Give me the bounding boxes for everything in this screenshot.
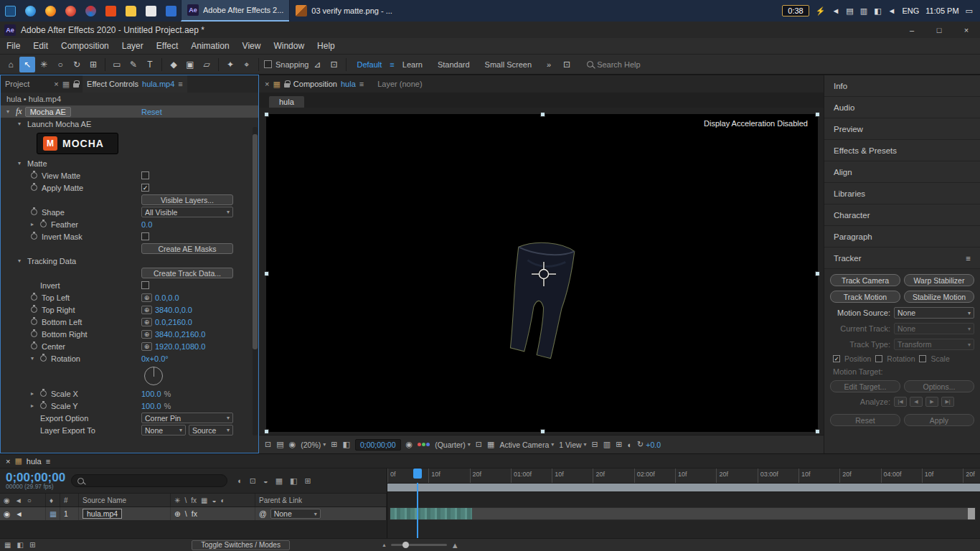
timeline-jump-icon[interactable]: ⊞ <box>616 440 622 449</box>
panel-menu-icon[interactable]: ≡ <box>359 80 364 88</box>
menu-edit[interactable]: Edit <box>27 38 55 54</box>
monitor2-icon[interactable]: ▤ <box>276 440 283 449</box>
shape-dropdown[interactable]: All Visible▾ <box>141 207 233 217</box>
stopwatch-icon[interactable] <box>31 331 37 337</box>
layer-point-icon[interactable]: ⊕ <box>174 509 181 518</box>
launch-mocha-group[interactable]: ▾ Launch Mocha AE <box>1 118 258 130</box>
stopwatch-icon[interactable] <box>31 343 37 349</box>
menu-file[interactable]: File <box>0 38 27 54</box>
render-queue-icon[interactable]: ▦ <box>4 541 11 549</box>
menu-animation[interactable]: Animation <box>184 38 235 54</box>
chevron-down-icon[interactable]: ▾ <box>18 160 24 166</box>
menu-effect[interactable]: Effect <box>150 38 184 54</box>
monitor-icon[interactable]: ▤ <box>846 6 853 16</box>
zoom-out-icon[interactable]: ▲ <box>382 542 387 547</box>
snapshot-icon[interactable]: ◉ <box>406 440 413 449</box>
bottom-right-value[interactable]: 3840.0,2160.0 <box>155 330 205 339</box>
pan-behind-tool[interactable]: ⊞ <box>85 57 101 72</box>
firefox-icon[interactable] <box>42 2 59 19</box>
zoom-slider[interactable] <box>391 544 447 546</box>
timeline-timecode[interactable]: 0;00;00;00 <box>6 472 65 483</box>
matte-group[interactable]: ▾ Matte <box>1 157 258 169</box>
stopwatch-icon[interactable] <box>40 402 47 409</box>
tab-audio[interactable]: Audio <box>824 97 980 118</box>
workspace-learn[interactable]: Learn <box>395 60 430 69</box>
lock-icon[interactable] <box>284 83 290 88</box>
taskbar-app-image-viewer[interactable]: 03 verify matte.png - ... <box>289 0 398 22</box>
layer-mask-icon[interactable]: \ <box>185 509 187 518</box>
center-value[interactable]: 1920.0,1080.0 <box>155 342 205 351</box>
maximize-button[interactable]: □ <box>925 22 953 38</box>
tab-composition-label[interactable]: Composition <box>293 80 337 88</box>
menu-help[interactable]: Help <box>311 38 341 54</box>
timeline-track-area[interactable]: 0f10f20f01:00f10f20f02:00f10f20f03:00f10… <box>387 468 980 538</box>
panel-menu-icon[interactable]: ≡ <box>966 254 971 263</box>
source-name-header[interactable]: Source Name <box>83 496 126 504</box>
stopwatch-icon[interactable] <box>31 209 37 215</box>
folder-icon[interactable] <box>122 2 139 19</box>
workspace-overflow-icon[interactable]: » <box>540 60 558 69</box>
tab-paragraph[interactable]: Paragraph <box>824 226 980 248</box>
handle-bottom-left[interactable] <box>264 429 269 434</box>
layer-fx-icon[interactable]: fx <box>192 509 197 518</box>
scrollbar[interactable] <box>253 127 258 435</box>
rotation-checkbox[interactable] <box>875 355 882 362</box>
hide-shy-icon[interactable]: ◒ <box>263 476 268 486</box>
calculator-icon[interactable] <box>142 2 159 19</box>
stopwatch-icon[interactable] <box>40 221 47 227</box>
stopwatch-icon[interactable] <box>31 172 37 179</box>
chevron-right-icon[interactable]: ▸ <box>31 390 37 397</box>
composition-viewport[interactable]: Display Acceleration Disabled <box>266 114 818 432</box>
panel-menu-icon[interactable]: ≡ <box>46 457 50 466</box>
point-picker-icon[interactable]: ⊕ <box>141 330 152 339</box>
magnification-dropdown[interactable]: (20%)▾ <box>301 441 326 449</box>
parent-link-header[interactable]: Parent & Link <box>259 496 302 504</box>
always-preview-icon[interactable]: ⊡ <box>265 440 271 449</box>
toggle-switches-modes-button[interactable]: Toggle Switches / Modes <box>192 540 290 550</box>
mocha-launch-button[interactable]: M MOCHA <box>37 133 118 154</box>
transparency-grid-icon[interactable]: ▦ <box>487 440 494 449</box>
tab-preview[interactable]: Preview <box>824 118 980 140</box>
comp-subtab-hula[interactable]: hula <box>269 96 304 108</box>
panel-menu-icon[interactable]: ≡ <box>178 80 182 88</box>
app-icon-red[interactable] <box>82 2 99 19</box>
stopwatch-icon[interactable] <box>31 184 37 191</box>
handle-middle-right[interactable] <box>815 271 820 276</box>
layer-label-icon[interactable]: ▦ <box>50 509 57 518</box>
top-left-value[interactable]: 0.0,0.0 <box>155 293 179 302</box>
export-option-dropdown[interactable]: Corner Pin▾ <box>141 413 233 423</box>
bottom-left-value[interactable]: 0.0,2160.0 <box>155 318 192 326</box>
timeline-ruler[interactable]: 0f10f20f01:00f10f20f02:00f10f20f03:00f10… <box>387 468 980 483</box>
handle-top-center[interactable] <box>540 112 545 117</box>
show-channel-icon[interactable]: ◉ <box>289 440 296 449</box>
workspace-default[interactable]: Default <box>350 60 390 69</box>
home-icon[interactable]: ⌂ <box>3 57 19 72</box>
track-camera-button[interactable]: Track Camera <box>830 274 900 286</box>
grid-guides-icon[interactable]: ⊞ <box>331 440 337 449</box>
layer-audio-icon[interactable]: ◄ <box>15 509 22 518</box>
footage-pants[interactable] <box>504 240 582 367</box>
flowchart-icon[interactable]: ◐ <box>627 441 632 449</box>
notification-icon[interactable]: ▭ <box>966 6 973 16</box>
visible-layers-button[interactable]: Visible Layers... <box>141 194 233 205</box>
handle-bottom-right[interactable] <box>815 429 820 434</box>
tab-align[interactable]: Align <box>824 161 980 183</box>
chevron-down-icon[interactable]: ▾ <box>6 108 13 115</box>
puppet-pin-tool[interactable]: ⌖ <box>239 57 255 72</box>
close-button[interactable]: × <box>953 22 980 38</box>
tab-effect-controls[interactable]: Effect Controls hula.mp4 ≡ <box>83 75 187 93</box>
tab-project[interactable]: Project <box>5 80 29 88</box>
invert-checkbox[interactable] <box>141 281 149 289</box>
comp-mini-flowchart-icon[interactable]: ◐ <box>237 476 242 486</box>
edge-icon[interactable] <box>22 2 39 19</box>
chevron-right-icon[interactable]: ▸ <box>31 402 37 409</box>
create-ae-masks-button[interactable]: Create AE Masks <box>141 243 233 254</box>
recorder-timer-badge[interactable]: 0:38 <box>782 5 809 17</box>
tab-composition-name[interactable]: hula <box>341 80 356 88</box>
stopwatch-icon[interactable] <box>31 319 37 325</box>
panel-close-icon[interactable]: × <box>54 80 58 88</box>
draft3d-icon[interactable]: ⊡ <box>250 476 256 486</box>
scale-x-value[interactable]: 100.0 <box>141 390 161 398</box>
chevron-down-icon[interactable]: ▾ <box>18 258 24 264</box>
work-area-bar[interactable] <box>387 483 980 492</box>
